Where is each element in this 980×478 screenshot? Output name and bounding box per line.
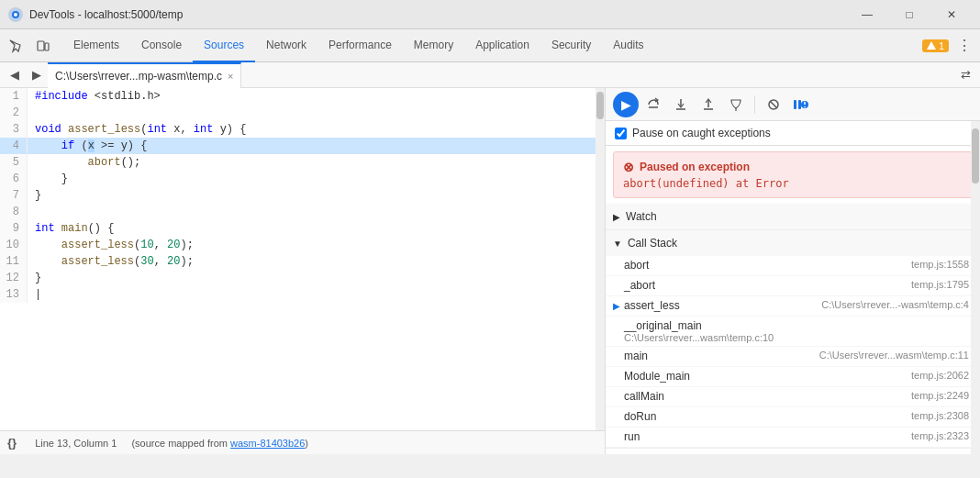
window-controls: — □ ✕: [846, 0, 973, 29]
close-button[interactable]: ✕: [930, 0, 973, 29]
file-tab-close[interactable]: ×: [228, 71, 233, 82]
inspect-icon[interactable]: [4, 34, 28, 58]
back-icon[interactable]: ◀: [4, 64, 26, 86]
code-line-5: 5 abort();: [0, 154, 605, 171]
source-map-prefix: (source mapped from: [131, 438, 230, 449]
stack-item-dorun[interactable]: doRun temp.js:2308: [606, 407, 980, 428]
pause-bar: Pause on caught exceptions: [606, 121, 980, 146]
callstack-arrow-icon: ▼: [613, 239, 622, 249]
tab-memory[interactable]: Memory: [403, 29, 464, 62]
svg-line-12: [770, 101, 777, 108]
svg-rect-13: [794, 100, 796, 109]
svg-rect-14: [798, 100, 801, 109]
minimize-button[interactable]: —: [846, 0, 888, 29]
code-line-4: 4 if (x >= y) {: [0, 138, 605, 154]
code-line-7: 7 }: [0, 187, 605, 204]
pause-exception-button[interactable]: [788, 92, 810, 117]
debugger-scroll-area[interactable]: Pause on caught exceptions ⊗ Paused on e…: [606, 121, 980, 454]
stack-item-main[interactable]: main C:\Users\rrever...wasm\temp.c:11: [606, 347, 980, 367]
tab-end: 1 ⋮: [922, 34, 976, 58]
callstack-content: abort temp.js:1558 _abort temp.js:1795 a…: [606, 256, 980, 448]
panel-vertical-scrollbar[interactable]: [971, 121, 980, 454]
tab-elements[interactable]: Elements: [62, 29, 130, 62]
panel-scrollbar-thumb[interactable]: [972, 128, 979, 183]
exception-notice: ⊗ Paused on exception abort(undefined) a…: [613, 151, 973, 198]
tab-performance[interactable]: Performance: [317, 29, 403, 62]
exception-message: abort(undefined) at Error: [623, 177, 963, 190]
code-scrollbar-thumb[interactable]: [596, 92, 604, 119]
code-line-1: 1 #include <stdlib.h>: [0, 88, 605, 105]
watch-section-header[interactable]: ▶ Watch: [606, 204, 980, 229]
code-line-8: 8: [0, 204, 605, 220]
code-line-3: 3 void assert_less(int x, int y) {: [0, 121, 605, 138]
file-nav-btn[interactable]: ⇄: [954, 64, 976, 86]
callstack-section: ▼ Call Stack abort temp.js:1558 _abort t…: [606, 230, 980, 449]
stack-item-abort[interactable]: abort temp.js:1558: [606, 256, 980, 276]
step-out-button[interactable]: [696, 92, 721, 117]
titlebar: DevTools - localhost:5000/temp — □ ✕: [0, 0, 980, 29]
tab-application[interactable]: Application: [464, 29, 540, 62]
stack-item-original_main[interactable]: __original_main C:\Users\rrever...wasm\t…: [606, 317, 980, 347]
code-scroll[interactable]: 1 #include <stdlib.h> 2 3 void assert_le…: [0, 88, 605, 430]
svg-rect-4: [45, 43, 49, 50]
debug-toolbar: ▶: [606, 88, 980, 121]
code-line-13: 13 |: [0, 286, 605, 303]
stack-item-assert_less[interactable]: assert_less C:\Users\rrever...-wasm\temp…: [606, 296, 980, 317]
stack-item-module_main[interactable]: Module_main temp.js:2062: [606, 367, 980, 387]
source-map-info: (source mapped from wasm-81403b26): [131, 438, 308, 449]
curly-braces-icon[interactable]: {}: [7, 436, 17, 450]
tab-audits[interactable]: Audits: [602, 29, 654, 62]
file-tab[interactable]: C:\Users\rrever...mp-wasm\temp.c ×: [48, 62, 241, 88]
tab-security[interactable]: Security: [540, 29, 602, 62]
stack-item-_abort[interactable]: _abort temp.js:1795: [606, 276, 980, 296]
callstack-label: Call Stack: [628, 237, 677, 250]
step-button[interactable]: [723, 92, 749, 117]
exception-title: ⊗ Paused on exception: [623, 160, 963, 174]
code-line-11: 11 assert_less(30, 20);: [0, 253, 605, 270]
watch-label: Watch: [626, 210, 657, 223]
code-editor: 1 #include <stdlib.h> 2 3 void assert_le…: [0, 88, 606, 454]
source-map-link[interactable]: wasm-81403b26: [230, 438, 305, 449]
debug-sep-1: [754, 95, 755, 114]
cursor-position: Line 13, Column 1: [35, 438, 117, 449]
resume-button[interactable]: ▶: [613, 92, 639, 117]
step-into-button[interactable]: [668, 92, 694, 117]
tab-sources[interactable]: Sources: [193, 29, 255, 62]
device-icon[interactable]: [31, 34, 55, 58]
more-icon[interactable]: ⋮: [952, 34, 976, 58]
code-line-10: 10 assert_less(10, 20);: [0, 237, 605, 253]
file-tabbar: ◀ ▶ C:\Users\rrever...mp-wasm\temp.c × ⇄: [0, 62, 980, 88]
stack-item-run[interactable]: run temp.js:2323: [606, 428, 980, 448]
forward-icon[interactable]: ▶: [26, 64, 48, 86]
step-over-button[interactable]: [640, 92, 666, 117]
watch-section: ▶ Watch: [606, 204, 980, 230]
callstack-header[interactable]: ▼ Call Stack: [606, 230, 980, 256]
maximize-button[interactable]: □: [888, 0, 930, 29]
pause-label: Pause on caught exceptions: [632, 127, 771, 139]
code-lines: 1 #include <stdlib.h> 2 3 void assert_le…: [0, 88, 605, 303]
devtools-logo: [7, 6, 24, 23]
svg-point-17: [804, 106, 806, 107]
warning-badge[interactable]: 1: [922, 39, 949, 52]
code-line-6: 6 }: [0, 171, 605, 187]
statusbar: {} Line 13, Column 1 (source mapped from…: [0, 430, 605, 454]
titlebar-title: DevTools - localhost:5000/temp: [29, 8, 846, 21]
tab-console[interactable]: Console: [130, 29, 193, 62]
watch-arrow-icon: ▶: [613, 212, 620, 222]
file-tab-name: C:\Users\rrever...mp-wasm\temp.c: [55, 70, 222, 83]
code-line-12: 12 }: [0, 270, 605, 286]
nav-tabbar: Elements Console Sources Network Perform…: [0, 29, 980, 62]
error-circle-icon: ⊗: [623, 160, 634, 174]
warning-icon: [927, 41, 936, 50]
tab-network[interactable]: Network: [255, 29, 317, 62]
debugger-panel: ▶ Pause on ca: [606, 88, 980, 454]
code-line-2: 2: [0, 105, 605, 121]
source-map-suffix: ): [305, 438, 308, 449]
main-area: 1 #include <stdlib.h> 2 3 void assert_le…: [0, 88, 980, 454]
code-vertical-scrollbar[interactable]: [596, 88, 605, 430]
warning-count: 1: [939, 40, 944, 51]
stack-item-callmain[interactable]: callMain temp.js:2249: [606, 387, 980, 407]
code-line-9: 9 int main() {: [0, 220, 605, 237]
deactivate-button[interactable]: [761, 92, 786, 117]
pause-checkbox[interactable]: [615, 128, 627, 139]
